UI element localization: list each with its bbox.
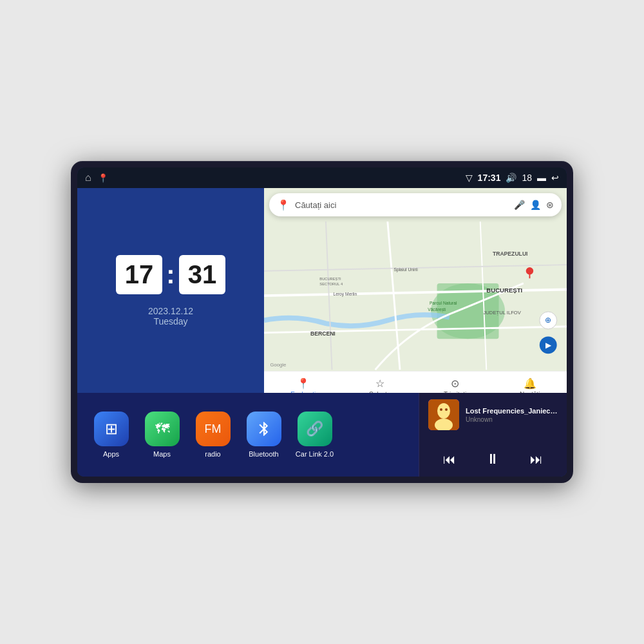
- svg-text:Leroy Merlin: Leroy Merlin: [333, 292, 357, 297]
- album-art-image: [428, 399, 459, 430]
- apps-icon-wrap: ⊞: [94, 412, 129, 446]
- main-content: 17 : 31 2023.12.12 Tuesday 📍 Căutați aic…: [77, 188, 567, 477]
- music-artist: Unknown: [466, 416, 558, 423]
- map-tab-news[interactable]: 🔔 Noutăți: [520, 377, 540, 393]
- svg-text:▶: ▶: [545, 341, 552, 349]
- music-info: Lost Frequencies_Janieck Devy-... Unknow…: [428, 399, 558, 430]
- saved-icon: ☆: [375, 377, 384, 390]
- maps-nav-icon[interactable]: 📍: [98, 173, 108, 183]
- map-bottom-bar: 📍 Explorați ☆ Salvate ⊙ Trimiteți 🔔: [264, 371, 567, 393]
- status-right-icons: ▽ 17:31 🔊 18 ▬ ↩: [466, 173, 559, 183]
- svg-text:BUCUREȘTI: BUCUREȘTI: [486, 287, 522, 294]
- back-icon[interactable]: ↩: [551, 173, 559, 183]
- carlink-icon: 🔗: [306, 421, 323, 437]
- map-tab-share[interactable]: ⊙ Trimiteți: [444, 377, 466, 393]
- music-player: Lost Frequencies_Janieck Devy-... Unknow…: [419, 393, 567, 477]
- music-controls: ⏮ ⏸ ⏭: [428, 448, 558, 470]
- svg-text:BUCUREȘTI: BUCUREȘTI: [319, 277, 341, 281]
- home-nav-icon[interactable]: ⌂: [85, 172, 91, 184]
- gps-signal-icon: ▽: [466, 173, 473, 183]
- svg-text:Splaiul Unirii: Splaiul Unirii: [393, 267, 418, 272]
- map-search-bar[interactable]: 📍 Căutați aici 🎤 👤 ⊛: [269, 193, 562, 216]
- apps-icon: ⊞: [105, 420, 118, 438]
- prev-button[interactable]: ⏮: [437, 450, 462, 469]
- svg-text:JUDEȚUL ILFOV: JUDEȚUL ILFOV: [484, 310, 522, 316]
- apps-label: Apps: [103, 450, 119, 458]
- svg-text:BERCENI: BERCENI: [310, 330, 336, 337]
- radio-icon-wrap: FM: [196, 412, 231, 446]
- date-display: 2023.12.12 Tuesday: [148, 306, 193, 327]
- explore-icon: 📍: [297, 377, 310, 390]
- album-art-svg: [428, 399, 459, 430]
- battery-level: 18: [522, 173, 532, 183]
- svg-text:TRAPEZULUI: TRAPEZULUI: [493, 251, 528, 257]
- mic-icon[interactable]: 🎤: [514, 200, 525, 210]
- svg-text:SECTORUL 4: SECTORUL 4: [319, 282, 343, 286]
- app-item-maps[interactable]: 🗺 Maps: [138, 412, 186, 458]
- svg-text:Văcărești: Văcărești: [428, 307, 446, 312]
- screen: ⌂ 📍 ▽ 17:31 🔊 18 ▬ ↩ 17 :: [77, 167, 567, 477]
- bluetooth-icon: [256, 421, 272, 437]
- battery-icon: ▬: [537, 173, 546, 183]
- next-button[interactable]: ⏭: [524, 450, 549, 469]
- music-meta: Lost Frequencies_Janieck Devy-... Unknow…: [466, 407, 558, 423]
- status-bar: ⌂ 📍 ▽ 17:31 🔊 18 ▬ ↩: [77, 167, 567, 188]
- map-widget[interactable]: 📍 Căutați aici 🎤 👤 ⊛: [264, 188, 567, 393]
- map-tab-explore-label: Explorați: [290, 391, 316, 393]
- svg-text:⊕: ⊕: [545, 316, 551, 324]
- clock-hour: 17: [116, 255, 163, 294]
- music-title: Lost Frequencies_Janieck Devy-...: [466, 407, 558, 415]
- bluetooth-label: Bluetooth: [249, 450, 278, 458]
- time-display: 17:31: [478, 173, 501, 183]
- device-shell: ⌂ 📍 ▽ 17:31 🔊 18 ▬ ↩ 17 :: [71, 161, 573, 483]
- day-value: Tuesday: [148, 316, 193, 327]
- radio-icon: FM: [205, 422, 222, 436]
- top-section: 17 : 31 2023.12.12 Tuesday 📍 Căutați aic…: [77, 188, 567, 393]
- app-item-apps[interactable]: ⊞ Apps: [87, 412, 135, 458]
- radio-label: radio: [205, 450, 220, 458]
- map-tab-saved[interactable]: ☆ Salvate: [369, 377, 390, 393]
- maps-label: Maps: [153, 450, 171, 458]
- news-icon: 🔔: [524, 377, 536, 390]
- maps-icon-wrap: 🗺: [145, 412, 180, 446]
- clock-minute: 31: [179, 255, 226, 294]
- map-tab-share-label: Trimiteți: [444, 391, 466, 393]
- bottom-section: ⊞ Apps 🗺 Maps FM radio: [77, 393, 567, 477]
- clock-widget: 17 : 31 2023.12.12 Tuesday: [77, 188, 264, 393]
- share-icon: ⊙: [451, 377, 459, 390]
- map-tab-explore[interactable]: 📍 Explorați: [290, 377, 316, 393]
- svg-point-29: [440, 408, 442, 411]
- clock-colon: :: [166, 260, 175, 289]
- map-tab-saved-label: Salvate: [369, 391, 390, 393]
- carlink-label: Car Link 2.0: [296, 450, 334, 458]
- svg-point-27: [437, 403, 450, 419]
- map-search-actions: 🎤 👤 ⊛: [514, 200, 554, 210]
- clock-display: 17 : 31: [116, 255, 225, 294]
- carlink-icon-wrap: 🔗: [298, 412, 332, 446]
- album-art: [428, 399, 459, 430]
- account-icon[interactable]: 👤: [530, 200, 541, 210]
- bluetooth-icon-wrap: [247, 412, 281, 446]
- maps-icon: 🗺: [155, 421, 169, 437]
- svg-text:Google: Google: [270, 362, 287, 368]
- map-svg: TRAPEZULUI BUCUREȘTI JUDEȚUL ILFOV BERCE…: [264, 220, 567, 371]
- app-item-carlink[interactable]: 🔗 Car Link 2.0: [290, 412, 339, 458]
- svg-point-30: [445, 408, 448, 411]
- app-grid: ⊞ Apps 🗺 Maps FM radio: [77, 393, 419, 477]
- app-item-radio[interactable]: FM radio: [189, 412, 237, 458]
- map-search-input[interactable]: Căutați aici: [295, 200, 509, 210]
- volume-icon: 🔊: [506, 173, 516, 183]
- date-value: 2023.12.12: [148, 306, 193, 316]
- map-tab-news-label: Noutăți: [520, 391, 540, 393]
- status-left-icons: ⌂ 📍: [85, 172, 108, 184]
- svg-text:Parcul Natural: Parcul Natural: [430, 301, 457, 305]
- map-pin-icon: 📍: [277, 199, 290, 211]
- play-pause-button[interactable]: ⏸: [479, 448, 506, 470]
- app-item-bluetooth[interactable]: Bluetooth: [240, 412, 288, 458]
- layers-icon[interactable]: ⊛: [546, 200, 554, 210]
